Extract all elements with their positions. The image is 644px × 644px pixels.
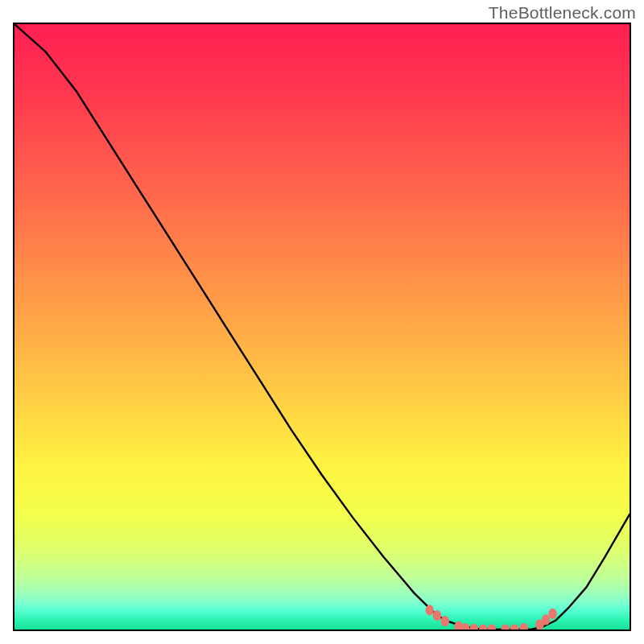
marker-point bbox=[470, 624, 478, 630]
watermark-text: TheBottleneck.com bbox=[489, 3, 636, 23]
plot-area bbox=[13, 23, 631, 631]
marker-point bbox=[479, 624, 487, 630]
chart-container: TheBottleneck.com bbox=[0, 0, 644, 644]
marker-point bbox=[488, 624, 496, 630]
marker-point bbox=[461, 623, 469, 630]
marker-point bbox=[501, 624, 509, 630]
marker-point bbox=[519, 623, 527, 630]
marker-point bbox=[441, 616, 449, 626]
marker-group bbox=[426, 605, 557, 630]
marker-point bbox=[510, 624, 518, 630]
marker-point bbox=[542, 614, 550, 625]
marker-point bbox=[433, 610, 441, 621]
marker-point bbox=[426, 605, 434, 615]
bottleneck-curve bbox=[14, 24, 630, 630]
marker-point bbox=[548, 609, 556, 619]
curve-line bbox=[14, 24, 630, 630]
